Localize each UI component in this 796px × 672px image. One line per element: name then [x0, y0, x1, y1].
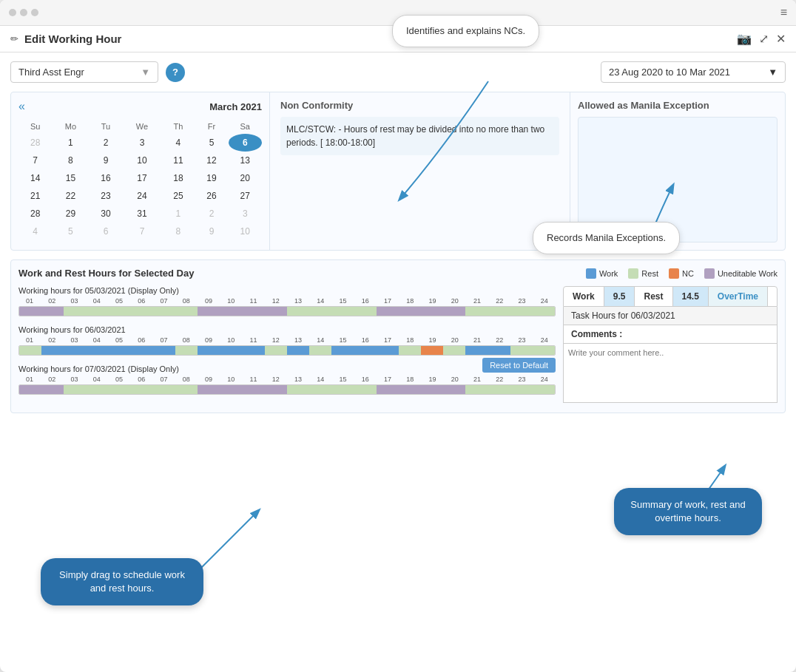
calendar-day[interactable]: 27 [229, 187, 262, 205]
calendar-day[interactable]: 18 [161, 169, 195, 187]
timeline-cell[interactable] [443, 346, 465, 355]
calendar-day[interactable]: 2 [89, 134, 122, 152]
timeline-hour-num: 02 [41, 336, 63, 344]
calendar-day[interactable]: 28 [18, 134, 52, 152]
calendar-day[interactable]: 8 [52, 152, 89, 169]
calendar-day[interactable]: 23 [89, 187, 122, 205]
browser-menu-icon[interactable]: ≡ [780, 6, 787, 19]
timeline-cell[interactable] [175, 346, 198, 355]
timeline-cell[interactable] [41, 346, 64, 355]
calendar-day[interactable]: 21 [18, 187, 52, 205]
timeline-cell [265, 307, 287, 316]
timeline-hour-num: 04 [86, 297, 108, 305]
calendar-day[interactable]: 4 [161, 134, 195, 152]
calendar-day[interactable]: 10 [123, 152, 162, 169]
calendar-day[interactable]: 6 [229, 134, 262, 152]
calendar-day[interactable]: 7 [123, 223, 162, 240]
timeline-cell[interactable] [220, 346, 243, 355]
calendar-day[interactable]: 26 [195, 187, 228, 205]
calendar-day[interactable]: 6 [89, 223, 122, 240]
calendar-day[interactable]: 14 [18, 169, 52, 187]
timeline-cell[interactable] [399, 346, 421, 355]
camera-icon-button[interactable]: 📷 [737, 32, 752, 46]
timeline-cell [465, 307, 488, 316]
timeline-cell[interactable] [131, 346, 153, 355]
timeline-cell[interactable] [421, 346, 443, 355]
calendar-day[interactable]: 17 [123, 169, 162, 187]
calendar-day[interactable]: 22 [52, 187, 89, 205]
timeline-cell[interactable] [198, 346, 220, 355]
timeline-cell[interactable] [488, 346, 510, 355]
timeline-hour-num: 09 [198, 297, 220, 305]
comments-textarea[interactable] [563, 344, 778, 403]
dot-1 [9, 9, 16, 16]
browser-window: ≡ ✏ Edit Working Hour 📷 ⤢ ✕ Third Asst E… [0, 0, 796, 672]
calendar-day[interactable]: 1 [52, 134, 89, 152]
timeline-cell[interactable] [533, 346, 555, 355]
timeline-hour-num: 16 [354, 376, 377, 383]
timeline-cell [354, 307, 377, 316]
timeline-cell [377, 307, 399, 316]
overtime-tab: OverTime [709, 287, 768, 306]
timeline-cell[interactable] [465, 346, 488, 355]
calendar-day[interactable]: 10 [229, 223, 262, 240]
calendar-day[interactable]: 7 [18, 152, 52, 169]
nc-section: Non Conformity MLC/STCW: - Hours of rest… [270, 92, 570, 250]
calendar-day[interactable]: 4 [18, 223, 52, 240]
help-button[interactable]: ? [166, 63, 185, 82]
calendar-day[interactable]: 9 [195, 223, 228, 240]
calendar-day[interactable]: 24 [123, 187, 162, 205]
calendar-day[interactable]: 5 [195, 134, 228, 152]
timeline-hour-num: 08 [175, 376, 198, 383]
timeline-cell[interactable] [265, 346, 287, 355]
calendar-day[interactable]: 25 [161, 187, 195, 205]
timeline-cell[interactable] [377, 346, 399, 355]
calendar-day[interactable]: 5 [52, 223, 89, 240]
calendar-day[interactable]: 19 [195, 169, 228, 187]
timeline-cell[interactable] [510, 346, 533, 355]
timeline-cell [19, 307, 41, 316]
timeline-cell[interactable] [153, 346, 175, 355]
timeline-cell [287, 307, 309, 316]
calendar-day[interactable]: 20 [229, 169, 262, 187]
calendar-day[interactable]: 28 [18, 205, 52, 223]
expand-icon-button[interactable]: ⤢ [759, 32, 769, 46]
timeline-cell[interactable] [243, 346, 265, 355]
timeline-hour-num: 10 [220, 336, 242, 344]
calendar-day[interactable]: 8 [161, 223, 195, 240]
calendar-day[interactable]: 3 [229, 205, 262, 223]
timeline-cell[interactable] [287, 346, 309, 355]
timeline-cell[interactable] [19, 346, 41, 355]
engineer-dropdown[interactable]: Third Asst Engr ▼ [10, 61, 158, 83]
calendar-day[interactable]: 29 [52, 205, 89, 223]
timeline-bar[interactable] [18, 345, 556, 356]
calendar-prev-button[interactable]: « [18, 100, 25, 113]
calendar-day[interactable]: 13 [229, 152, 262, 169]
timeline-hour-num: 13 [287, 376, 309, 383]
calendar-day[interactable]: 15 [52, 169, 89, 187]
reset-to-default-button[interactable]: Reset to Default [482, 358, 556, 373]
close-icon-button[interactable]: ✕ [776, 32, 786, 46]
date-range-dropdown[interactable]: 23 Aug 2020 to 10 Mar 2021 ▼ [601, 61, 786, 83]
hours-timeline-col: Working hours for 05/03/2021 (Display On… [18, 286, 556, 405]
calendar-day[interactable]: 9 [89, 152, 122, 169]
calendar-day[interactable]: 31 [123, 205, 162, 223]
calendar-day[interactable]: 12 [195, 152, 228, 169]
calendar-day[interactable]: 2 [195, 205, 228, 223]
timeline-cell [243, 385, 265, 394]
timeline-cell[interactable] [109, 346, 131, 355]
calendar-day[interactable]: 1 [161, 205, 195, 223]
timeline-cell[interactable] [309, 346, 331, 355]
timeline-cell[interactable] [354, 346, 377, 355]
timeline-cell[interactable] [331, 346, 354, 355]
calendar-day[interactable]: 3 [123, 134, 162, 152]
timeline-cell[interactable] [64, 346, 86, 355]
dot-3 [31, 9, 38, 16]
calendar-day[interactable]: 16 [89, 169, 122, 187]
calendar-day[interactable]: 30 [89, 205, 122, 223]
timeline-cell[interactable] [87, 346, 109, 355]
timeline-cell [175, 385, 198, 394]
timeline-cell [443, 385, 465, 394]
calendar-day[interactable]: 11 [161, 152, 195, 169]
timeline-hour-num: 05 [108, 297, 130, 305]
